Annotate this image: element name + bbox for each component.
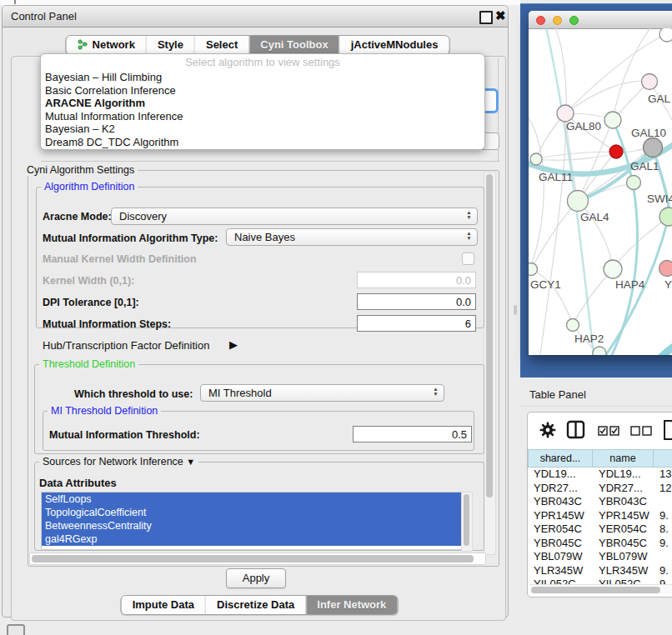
minimize-traffic-light-icon[interactable] <box>553 16 562 25</box>
attribute-item-selected[interactable]: SelfLoops <box>42 492 461 506</box>
dpi-tolerance-field[interactable]: 0.0 <box>357 293 476 310</box>
node-gal4[interactable] <box>568 191 589 212</box>
node-label: SWI4 <box>647 192 672 205</box>
algorithm-option-selected[interactable]: ARACNE Algorithm <box>41 97 484 110</box>
node-salmon[interactable] <box>659 261 672 277</box>
apply-button[interactable]: Apply <box>226 568 286 588</box>
node-cut-top[interactable] <box>659 28 672 42</box>
panel-title: Control Panel <box>11 10 77 22</box>
control-panel-titlebar: Control Panel ✖ <box>3 6 508 28</box>
table-row[interactable]: YBL079WYBL079W <box>528 550 672 564</box>
node-gcy1[interactable] <box>529 263 538 276</box>
node-gal10[interactable] <box>604 112 621 128</box>
column-header-cut[interactable] <box>654 449 672 468</box>
node-right-green[interactable] <box>659 208 672 226</box>
gear-icon[interactable] <box>539 422 556 441</box>
kernel-width-field[interactable]: 0.0 <box>357 272 476 288</box>
hub-definition-label: Hub/Transcription Factor Definition <box>43 339 209 352</box>
settings-scrollbar[interactable] <box>484 172 496 555</box>
which-threshold-combo[interactable]: MI Threshold ▲▼ <box>200 384 444 402</box>
table-header-row: shared... name <box>528 449 672 468</box>
network-canvas[interactable]: GAL GAL80 GAL10 GAL11 GAL1 SWI4 GAL4 GCY… <box>529 28 672 355</box>
mi-steps-field[interactable]: 6 <box>357 315 476 332</box>
node-table-card: shared... name YDL19...YDL19...13 YDR27.… <box>527 412 672 598</box>
data-attributes-list: SelfLoops TopologicalCoefficient Between… <box>41 492 462 550</box>
node-gal-partial[interactable] <box>642 74 658 90</box>
attribute-item-selected[interactable]: BetweennessCentrality <box>42 519 461 532</box>
manual-kernel-label: Manual Kernel Width Definition <box>43 253 197 265</box>
collapse-down-arrow-icon[interactable]: ▼ <box>186 457 195 467</box>
algorithm-option[interactable]: Bayesian – Hill Climbing <box>41 71 484 84</box>
table-panel-title: Table Panel <box>529 388 586 401</box>
float-panel-button[interactable] <box>7 624 25 635</box>
network-view-frame: GAL GAL80 GAL10 GAL11 GAL1 SWI4 GAL4 GCY… <box>520 3 672 378</box>
settings-hscrollbar-thumb[interactable] <box>32 555 474 562</box>
algorithm-option[interactable]: Bayesian – K2 <box>41 122 484 136</box>
columns-icon[interactable] <box>566 420 585 442</box>
table-hscrollbar-thumb[interactable] <box>531 587 660 593</box>
settings-scrollbar-thumb[interactable] <box>486 174 493 498</box>
settings-group-title: Cyni Algorithm Settings <box>23 164 138 176</box>
node-hap4[interactable] <box>604 260 622 278</box>
tab-cyni-toolbox[interactable]: Cyni Toolbox <box>248 36 339 54</box>
column-header-shared[interactable]: shared... <box>528 449 593 468</box>
manual-kernel-checkbox[interactable] <box>462 252 474 265</box>
table-row[interactable]: YDL19...YDL19...13 <box>528 468 672 482</box>
tab-style[interactable]: Style <box>146 36 194 54</box>
node-gal11[interactable] <box>530 153 542 165</box>
node-hap2[interactable] <box>567 319 579 332</box>
node-label: GAL <box>648 92 671 105</box>
network-icon <box>78 39 88 50</box>
table-panel: Table Panel <box>520 378 672 635</box>
mi-type-label: Mutual Information Algorithm Type: <box>43 232 218 244</box>
algorithm-option[interactable]: Dream8 DC_TDC Algorithm <box>41 136 484 149</box>
table-row[interactable]: YDR27...YDR27...12 <box>528 482 672 496</box>
tab-select[interactable]: Select <box>194 36 248 54</box>
node-gal80[interactable] <box>557 105 574 122</box>
mi-type-combo[interactable]: Naive Bayes ▲▼ <box>226 228 478 246</box>
top-tick <box>14 0 16 4</box>
node-red-selected[interactable] <box>609 145 623 158</box>
cyni-bottom-tabs: Impute Data Discretize Data Infer Networ… <box>121 595 399 615</box>
table-row[interactable]: YBR043CYBR043C <box>528 495 672 509</box>
checked-boxes-icon[interactable] <box>598 426 619 438</box>
close-traffic-light-icon[interactable] <box>536 16 545 25</box>
settings-hscrollbar[interactable] <box>29 552 486 565</box>
tab-network[interactable]: Network <box>67 36 146 54</box>
attribute-list-scrollbar[interactable] <box>461 492 473 552</box>
node-cut-bottom[interactable] <box>593 347 606 355</box>
attribute-item-selected[interactable]: gal4RGexp <box>42 532 461 546</box>
mi-threshold-field[interactable]: 0.5 <box>353 426 472 442</box>
table-hscrollbar[interactable] <box>529 584 672 594</box>
table-row[interactable]: YER054CYER054C8. <box>528 522 672 537</box>
node-gray[interactable] <box>644 138 663 158</box>
mi-threshold-group-title: MI Threshold Definition <box>48 405 161 417</box>
table-row[interactable]: YBR045CYBR045C9. <box>528 537 672 551</box>
hidden-groupbox-bottom <box>41 161 499 162</box>
aracne-mode-combo[interactable]: Discovery ▲▼ <box>111 208 478 225</box>
tab-infer-network[interactable]: Infer Network <box>305 596 397 614</box>
tab-jactivemnodules[interactable]: jActiveMNodules <box>339 36 449 54</box>
splitter-handle[interactable] <box>514 305 517 315</box>
tab-discretize-data[interactable]: Discretize Data <box>205 596 305 614</box>
tab-impute-data[interactable]: Impute Data <box>122 596 205 614</box>
attribute-list-scrollbar-thumb[interactable] <box>464 494 469 546</box>
float-window-icon[interactable] <box>479 11 493 24</box>
expand-right-arrow-icon[interactable]: ▶ <box>229 338 238 351</box>
algorithm-option[interactable]: Basic Correlation Inference <box>41 84 484 98</box>
table-row[interactable]: YPR145WYPR145W9. <box>528 509 672 523</box>
attribute-item-selected[interactable]: TopologicalCoefficient <box>42 506 461 519</box>
table-row[interactable]: YLR345WYLR345W9. <box>528 564 672 578</box>
column-header-name[interactable]: name <box>593 449 654 468</box>
algorithm-definition-title: Algorithm Definition <box>41 181 138 192</box>
unchecked-boxes-icon[interactable] <box>630 426 652 438</box>
node-label: GAL11 <box>539 171 573 183</box>
zoom-traffic-light-icon[interactable] <box>569 16 579 25</box>
node-gal1[interactable] <box>627 176 641 190</box>
control-panel-window: Control Panel ✖ Network Style Se <box>2 5 509 618</box>
close-icon[interactable]: ✖ <box>495 8 506 23</box>
document-icon[interactable] <box>663 419 672 443</box>
threshold-definition-title: Threshold Definition <box>39 358 138 370</box>
dpi-tolerance-label: DPI Tolerance [0,1]: <box>43 297 139 308</box>
algorithm-option[interactable]: Mutual Information Inference <box>41 110 484 123</box>
